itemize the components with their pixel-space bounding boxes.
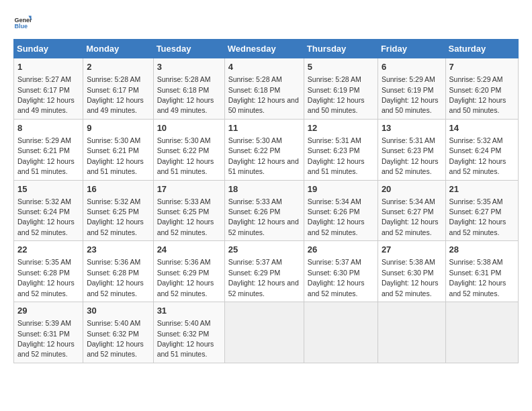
col-header-wednesday: Wednesday xyxy=(224,40,304,58)
day-number: 11 xyxy=(228,122,300,134)
day-number: 13 xyxy=(382,122,442,134)
calendar-cell: 1Sunrise: 5:27 AMSunset: 6:17 PMDaylight… xyxy=(14,58,83,120)
day-info: Sunrise: 5:31 AMSunset: 6:23 PMDaylight:… xyxy=(382,136,439,175)
week-row-1: 8Sunrise: 5:29 AMSunset: 6:21 PMDaylight… xyxy=(14,119,519,180)
day-info: Sunrise: 5:37 AMSunset: 6:30 PMDaylight:… xyxy=(308,258,365,297)
day-info: Sunrise: 5:32 AMSunset: 6:24 PMDaylight:… xyxy=(17,197,75,236)
day-info: Sunrise: 5:30 AMSunset: 6:21 PMDaylight:… xyxy=(87,136,144,175)
calendar-cell: 31Sunrise: 5:40 AMSunset: 6:32 PMDayligh… xyxy=(153,302,224,363)
day-info: Sunrise: 5:30 AMSunset: 6:22 PMDaylight:… xyxy=(228,136,299,175)
day-number: 5 xyxy=(308,61,374,73)
day-info: Sunrise: 5:28 AMSunset: 6:18 PMDaylight:… xyxy=(228,75,299,114)
calendar-cell xyxy=(304,302,378,363)
col-header-tuesday: Tuesday xyxy=(153,40,224,58)
col-header-saturday: Saturday xyxy=(445,40,518,58)
col-header-sunday: Sunday xyxy=(14,40,83,58)
calendar-cell: 17Sunrise: 5:33 AMSunset: 6:25 PMDayligh… xyxy=(153,180,224,241)
day-number: 21 xyxy=(449,183,515,195)
calendar-cell: 6Sunrise: 5:29 AMSunset: 6:19 PMDaylight… xyxy=(378,58,445,120)
calendar-cell: 15Sunrise: 5:32 AMSunset: 6:24 PMDayligh… xyxy=(14,180,83,241)
calendar-cell: 13Sunrise: 5:31 AMSunset: 6:23 PMDayligh… xyxy=(378,119,445,180)
logo-icon: General Blue xyxy=(13,13,32,32)
day-info: Sunrise: 5:29 AMSunset: 6:21 PMDaylight:… xyxy=(17,136,75,175)
day-info: Sunrise: 5:35 AMSunset: 6:28 PMDaylight:… xyxy=(17,258,75,297)
calendar-cell: 2Sunrise: 5:28 AMSunset: 6:17 PMDaylight… xyxy=(83,58,153,120)
day-number: 16 xyxy=(87,183,149,195)
calendar-cell: 25Sunrise: 5:37 AMSunset: 6:29 PMDayligh… xyxy=(224,241,304,302)
day-number: 3 xyxy=(157,61,221,73)
calendar-cell: 19Sunrise: 5:34 AMSunset: 6:26 PMDayligh… xyxy=(304,180,378,241)
calendar-cell: 16Sunrise: 5:32 AMSunset: 6:25 PMDayligh… xyxy=(83,180,153,241)
week-row-0: 1Sunrise: 5:27 AMSunset: 6:17 PMDaylight… xyxy=(14,58,519,120)
day-number: 9 xyxy=(87,122,149,134)
col-header-thursday: Thursday xyxy=(304,40,378,58)
day-info: Sunrise: 5:34 AMSunset: 6:27 PMDaylight:… xyxy=(382,197,439,236)
calendar-cell xyxy=(224,302,304,363)
day-number: 27 xyxy=(382,244,442,256)
day-number: 20 xyxy=(382,183,442,195)
day-info: Sunrise: 5:28 AMSunset: 6:19 PMDaylight:… xyxy=(308,75,365,114)
calendar-cell: 29Sunrise: 5:39 AMSunset: 6:31 PMDayligh… xyxy=(14,302,83,363)
calendar-cell: 21Sunrise: 5:35 AMSunset: 6:27 PMDayligh… xyxy=(445,180,518,241)
calendar-cell: 22Sunrise: 5:35 AMSunset: 6:28 PMDayligh… xyxy=(14,241,83,302)
day-number: 14 xyxy=(449,122,515,134)
day-number: 1 xyxy=(17,61,79,73)
calendar-cell: 18Sunrise: 5:33 AMSunset: 6:26 PMDayligh… xyxy=(224,180,304,241)
calendar-cell xyxy=(378,302,445,363)
calendar-cell: 3Sunrise: 5:28 AMSunset: 6:18 PMDaylight… xyxy=(153,58,224,120)
day-number: 18 xyxy=(228,183,300,195)
calendar-cell: 4Sunrise: 5:28 AMSunset: 6:18 PMDaylight… xyxy=(224,58,304,120)
day-number: 2 xyxy=(87,61,149,73)
day-number: 6 xyxy=(382,61,442,73)
day-info: Sunrise: 5:40 AMSunset: 6:32 PMDaylight:… xyxy=(157,319,214,358)
day-number: 15 xyxy=(17,183,79,195)
week-row-2: 15Sunrise: 5:32 AMSunset: 6:24 PMDayligh… xyxy=(14,180,519,241)
day-info: Sunrise: 5:38 AMSunset: 6:31 PMDaylight:… xyxy=(449,258,506,297)
week-row-3: 22Sunrise: 5:35 AMSunset: 6:28 PMDayligh… xyxy=(14,241,519,302)
calendar-body: 1Sunrise: 5:27 AMSunset: 6:17 PMDaylight… xyxy=(14,58,519,363)
header: General Blue xyxy=(13,13,519,32)
day-number: 28 xyxy=(449,244,515,256)
calendar-cell: 26Sunrise: 5:37 AMSunset: 6:30 PMDayligh… xyxy=(304,241,378,302)
day-number: 17 xyxy=(157,183,221,195)
calendar-cell: 7Sunrise: 5:29 AMSunset: 6:20 PMDaylight… xyxy=(445,58,518,120)
calendar-cell: 14Sunrise: 5:32 AMSunset: 6:24 PMDayligh… xyxy=(445,119,518,180)
day-info: Sunrise: 5:35 AMSunset: 6:27 PMDaylight:… xyxy=(449,197,506,236)
day-number: 29 xyxy=(17,305,79,317)
calendar-header-row: SundayMondayTuesdayWednesdayThursdayFrid… xyxy=(14,40,519,58)
day-info: Sunrise: 5:38 AMSunset: 6:30 PMDaylight:… xyxy=(382,258,439,297)
day-number: 30 xyxy=(87,305,149,317)
calendar-cell: 20Sunrise: 5:34 AMSunset: 6:27 PMDayligh… xyxy=(378,180,445,241)
calendar-cell: 24Sunrise: 5:36 AMSunset: 6:29 PMDayligh… xyxy=(153,241,224,302)
day-number: 24 xyxy=(157,244,221,256)
day-info: Sunrise: 5:30 AMSunset: 6:22 PMDaylight:… xyxy=(157,136,214,175)
day-info: Sunrise: 5:36 AMSunset: 6:28 PMDaylight:… xyxy=(87,258,144,297)
calendar-cell: 10Sunrise: 5:30 AMSunset: 6:22 PMDayligh… xyxy=(153,119,224,180)
calendar-cell: 28Sunrise: 5:38 AMSunset: 6:31 PMDayligh… xyxy=(445,241,518,302)
day-info: Sunrise: 5:32 AMSunset: 6:24 PMDaylight:… xyxy=(449,136,506,175)
day-number: 4 xyxy=(228,61,300,73)
day-info: Sunrise: 5:29 AMSunset: 6:19 PMDaylight:… xyxy=(382,75,439,114)
day-info: Sunrise: 5:27 AMSunset: 6:17 PMDaylight:… xyxy=(17,75,75,114)
day-number: 10 xyxy=(157,122,221,134)
day-number: 19 xyxy=(308,183,374,195)
col-header-friday: Friday xyxy=(378,40,445,58)
day-number: 23 xyxy=(87,244,149,256)
day-number: 7 xyxy=(449,61,515,73)
day-info: Sunrise: 5:40 AMSunset: 6:32 PMDaylight:… xyxy=(87,319,144,358)
day-info: Sunrise: 5:36 AMSunset: 6:29 PMDaylight:… xyxy=(157,258,214,297)
day-info: Sunrise: 5:28 AMSunset: 6:17 PMDaylight:… xyxy=(87,75,144,114)
calendar-cell xyxy=(445,302,518,363)
day-number: 31 xyxy=(157,305,221,317)
day-info: Sunrise: 5:28 AMSunset: 6:18 PMDaylight:… xyxy=(157,75,214,114)
day-number: 12 xyxy=(308,122,374,134)
day-info: Sunrise: 5:31 AMSunset: 6:23 PMDaylight:… xyxy=(308,136,365,175)
day-number: 26 xyxy=(308,244,374,256)
calendar-cell: 12Sunrise: 5:31 AMSunset: 6:23 PMDayligh… xyxy=(304,119,378,180)
logo: General Blue xyxy=(13,13,32,32)
day-info: Sunrise: 5:33 AMSunset: 6:25 PMDaylight:… xyxy=(157,197,214,236)
calendar-cell: 27Sunrise: 5:38 AMSunset: 6:30 PMDayligh… xyxy=(378,241,445,302)
day-info: Sunrise: 5:29 AMSunset: 6:20 PMDaylight:… xyxy=(449,75,506,114)
day-info: Sunrise: 5:32 AMSunset: 6:25 PMDaylight:… xyxy=(87,197,144,236)
day-info: Sunrise: 5:37 AMSunset: 6:29 PMDaylight:… xyxy=(228,258,299,297)
